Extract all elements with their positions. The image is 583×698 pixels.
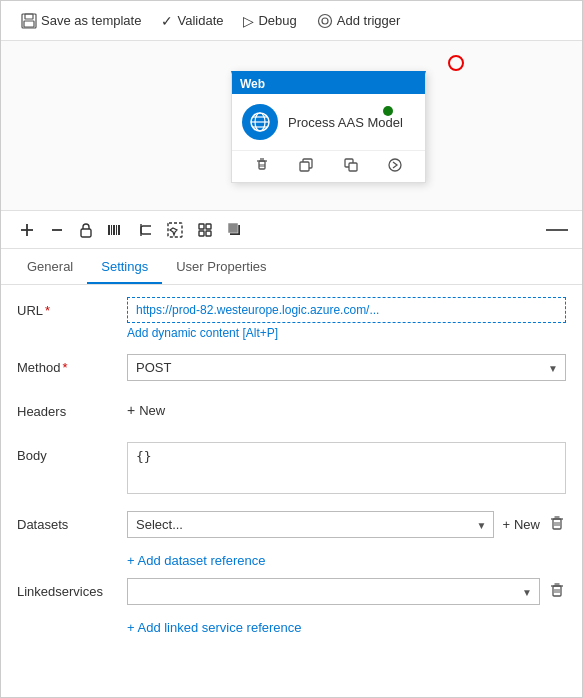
method-select-wrap: POST GET PUT DELETE PATCH ▼ bbox=[127, 354, 566, 381]
body-textarea[interactable] bbox=[127, 442, 566, 494]
add-linked-service-reference-button[interactable]: + Add linked service reference bbox=[127, 616, 302, 639]
headers-plus-icon: + bbox=[127, 402, 135, 418]
linkedservices-select-wrap: ▼ bbox=[127, 578, 540, 605]
datasets-label: Datasets bbox=[17, 511, 127, 532]
datasets-controls: Select... ▼ + New bbox=[127, 511, 566, 538]
svg-point-3 bbox=[318, 15, 331, 28]
linked-controls: ▼ bbox=[127, 578, 566, 605]
headers-row: Headers + New bbox=[17, 398, 566, 428]
linkedservices-select[interactable] bbox=[127, 578, 540, 605]
datasets-content: Select... ▼ + New bbox=[127, 511, 566, 538]
debug-button[interactable]: ▷ Debug bbox=[235, 9, 304, 33]
barcode-tool-button[interactable] bbox=[101, 219, 129, 241]
svg-point-19 bbox=[389, 159, 401, 171]
node-copy-button[interactable] bbox=[295, 156, 317, 177]
linkedservices-delete-button[interactable] bbox=[548, 582, 566, 602]
tab-settings[interactable]: Settings bbox=[87, 251, 162, 284]
svg-rect-24 bbox=[108, 225, 110, 235]
datasets-row: Datasets Select... ▼ + New bbox=[17, 511, 566, 541]
tab-user-properties[interactable]: User Properties bbox=[162, 251, 280, 284]
node-header: Web bbox=[232, 74, 425, 94]
add-linked-label: + Add linked service reference bbox=[127, 620, 302, 635]
headers-new-label: New bbox=[139, 403, 165, 418]
add-dataset-label: + Add dataset reference bbox=[127, 553, 265, 568]
add-dataset-reference-button[interactable]: + Add dataset reference bbox=[127, 549, 265, 572]
url-row: URL* https://prod-82.westeurope.logic.az… bbox=[17, 297, 566, 340]
trigger-indicator bbox=[448, 55, 464, 71]
headers-new-button[interactable]: + New bbox=[127, 398, 165, 422]
canvas-toolbar bbox=[1, 211, 582, 249]
headers-content: + New bbox=[127, 398, 566, 422]
svg-rect-35 bbox=[228, 223, 238, 233]
svg-rect-28 bbox=[118, 225, 120, 235]
trigger-icon bbox=[317, 12, 333, 29]
debug-icon: ▷ bbox=[243, 13, 254, 29]
node-actions bbox=[232, 150, 425, 182]
tab-general[interactable]: General bbox=[13, 251, 87, 284]
layout-tool-button[interactable] bbox=[191, 219, 219, 241]
subtract-tool-button[interactable] bbox=[43, 219, 71, 241]
svg-rect-2 bbox=[24, 21, 34, 27]
svg-rect-27 bbox=[116, 225, 117, 235]
body-content bbox=[127, 442, 566, 497]
debug-label: Debug bbox=[258, 13, 296, 28]
svg-rect-31 bbox=[206, 224, 211, 229]
svg-rect-18 bbox=[349, 163, 357, 171]
validate-icon: ✓ bbox=[161, 13, 173, 29]
canvas-area: Web Process AAS Model bbox=[1, 41, 582, 211]
datasets-select-wrap: Select... ▼ bbox=[127, 511, 494, 538]
node-clone-button[interactable] bbox=[340, 156, 362, 177]
add-tool-button[interactable] bbox=[13, 219, 41, 241]
linkedservices-row: Linkedservices ▼ bbox=[17, 578, 566, 608]
url-required: * bbox=[45, 303, 50, 318]
url-input[interactable]: https://prod-82.westeurope.logic.azure.c… bbox=[127, 297, 566, 323]
url-content: https://prod-82.westeurope.logic.azure.c… bbox=[127, 297, 566, 340]
tabs-row: General Settings User Properties bbox=[1, 249, 582, 285]
datasets-new-button[interactable]: + New bbox=[502, 517, 540, 532]
linkedservices-label: Linkedservices bbox=[17, 578, 127, 599]
url-label: URL* bbox=[17, 297, 127, 318]
svg-rect-1 bbox=[25, 14, 33, 19]
node-title: Process AAS Model bbox=[288, 115, 403, 130]
method-label: Method* bbox=[17, 354, 127, 375]
svg-rect-32 bbox=[199, 231, 204, 236]
lock-tool-button[interactable] bbox=[73, 219, 99, 241]
node-next-button[interactable] bbox=[384, 156, 406, 177]
method-select[interactable]: POST GET PUT DELETE PATCH bbox=[127, 354, 566, 381]
body-label: Body bbox=[17, 442, 127, 463]
minimize-bar bbox=[546, 229, 568, 231]
select-tool-button[interactable] bbox=[161, 219, 189, 241]
add-dynamic-content-link[interactable]: Add dynamic content [Alt+P] bbox=[127, 326, 566, 340]
body-row: Body bbox=[17, 442, 566, 497]
top-toolbar: Save as template ✓ Validate ▷ Debug Add … bbox=[1, 1, 582, 41]
datasets-plus-icon: + bbox=[502, 517, 510, 532]
method-content: POST GET PUT DELETE PATCH ▼ bbox=[127, 354, 566, 381]
datasets-delete-button[interactable] bbox=[548, 515, 566, 535]
save-template-label: Save as template bbox=[41, 13, 141, 28]
node-delete-button[interactable] bbox=[251, 156, 273, 177]
svg-rect-33 bbox=[206, 231, 211, 236]
validate-button[interactable]: ✓ Validate bbox=[153, 9, 231, 33]
add-trigger-label: Add trigger bbox=[337, 13, 401, 28]
datasets-select[interactable]: Select... bbox=[127, 511, 494, 538]
svg-rect-23 bbox=[81, 229, 91, 237]
svg-rect-30 bbox=[199, 224, 204, 229]
svg-rect-26 bbox=[113, 225, 115, 235]
node-body: Process AAS Model bbox=[232, 94, 425, 150]
node-card[interactable]: Web Process AAS Model bbox=[231, 71, 426, 183]
save-icon bbox=[21, 12, 37, 29]
svg-rect-25 bbox=[111, 225, 112, 235]
svg-rect-16 bbox=[300, 162, 309, 171]
node-status-dot bbox=[383, 106, 393, 116]
method-required: * bbox=[62, 360, 67, 375]
headers-label: Headers bbox=[17, 398, 127, 419]
crop-tool-button[interactable] bbox=[131, 219, 159, 241]
save-template-button[interactable]: Save as template bbox=[13, 8, 149, 33]
linkedservices-content: ▼ bbox=[127, 578, 566, 605]
node-icon bbox=[242, 104, 278, 140]
layers-tool-button[interactable] bbox=[221, 219, 249, 241]
validate-label: Validate bbox=[177, 13, 223, 28]
svg-point-4 bbox=[322, 18, 328, 24]
add-trigger-button[interactable]: Add trigger bbox=[309, 8, 409, 33]
form-area: URL* https://prod-82.westeurope.logic.az… bbox=[1, 285, 582, 698]
